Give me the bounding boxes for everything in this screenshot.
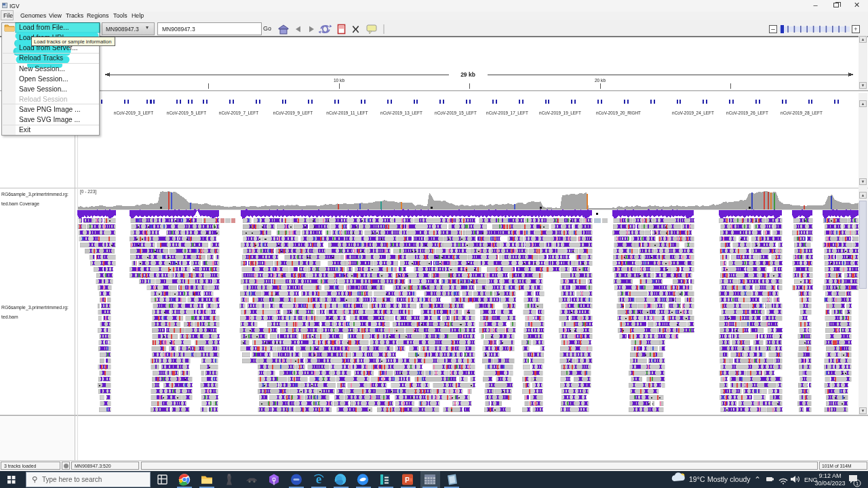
svg-text:nCoV-2019_3_LEFT: nCoV-2019_3_LEFT: [114, 110, 153, 116]
svg-text:nCoV-2019_11_LEFT: nCoV-2019_11_LEFT: [326, 110, 368, 116]
svg-text:nCoV-2019_26_LEFT: nCoV-2019_26_LEFT: [726, 110, 768, 116]
svg-text:1: 1: [856, 481, 859, 487]
svg-text:10 kb: 10 kb: [334, 78, 344, 83]
svg-text:nCoV-2019_9_LEFT: nCoV-2019_9_LEFT: [273, 110, 313, 116]
svg-text:20 kb: 20 kb: [595, 78, 606, 83]
svg-text:nCoV-2019_17_LEFT: nCoV-2019_17_LEFT: [486, 110, 528, 116]
svg-text:⌃: ⌃: [754, 475, 761, 485]
svg-text:nCoV-2019_5_LEFT: nCoV-2019_5_LEFT: [167, 110, 206, 116]
svg-text:30/04/2023: 30/04/2023: [814, 480, 845, 487]
svg-text:nCoV-2019_20_RIGHT: nCoV-2019_20_RIGHT: [596, 110, 641, 116]
svg-text:29 kb: 29 kb: [460, 71, 475, 78]
svg-text:Mostly cloudy: Mostly cloudy: [707, 475, 751, 483]
svg-text:nCoV-2019_24_LEFT: nCoV-2019_24_LEFT: [672, 110, 714, 116]
svg-text:nCoV-2019_15_LEFT: nCoV-2019_15_LEFT: [435, 110, 477, 116]
svg-text:nCoV-2019_7_LEFT: nCoV-2019_7_LEFT: [219, 110, 258, 116]
svg-text:nCoV-2019_19_LEFT: nCoV-2019_19_LEFT: [539, 110, 581, 116]
svg-text:19°C: 19°C: [689, 475, 705, 483]
svg-text:nCoV-2019_13_LEFT: nCoV-2019_13_LEFT: [380, 110, 422, 116]
svg-text:nCoV-2019_28_LEFT: nCoV-2019_28_LEFT: [781, 110, 823, 116]
svg-text:9:12 AM: 9:12 AM: [818, 472, 841, 479]
